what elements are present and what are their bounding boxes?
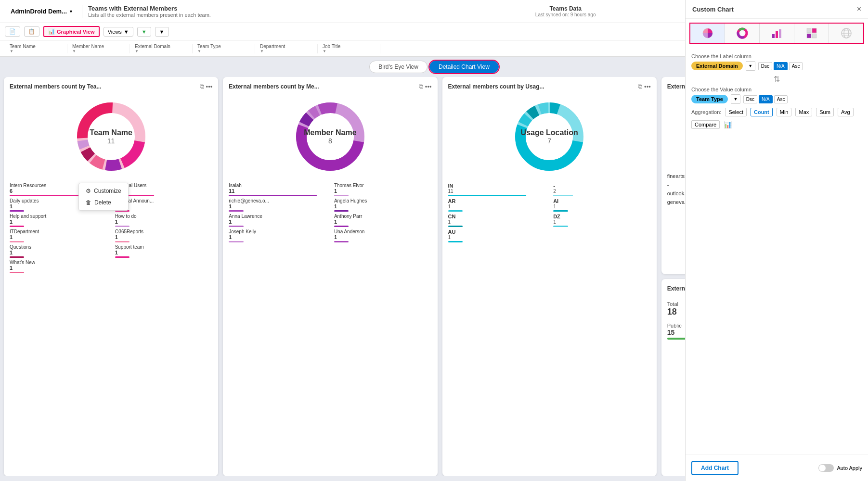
- birds-eye-tab[interactable]: Bird's Eye View: [369, 61, 428, 73]
- file-btn[interactable]: 📄: [5, 26, 20, 37]
- copy-usage-btn[interactable]: ⧉: [638, 83, 642, 90]
- chart-type-grid-btn[interactable]: [794, 24, 829, 43]
- value-dropdown-arrow[interactable]: ▼: [731, 94, 740, 104]
- filter-member-name-select[interactable]: ▼: [72, 49, 125, 53]
- panel-body: Choose the Label column External Domain …: [686, 48, 868, 135]
- legend-o365: O365Reports 1: [115, 229, 213, 242]
- copy-member-btn[interactable]: ⧉: [419, 83, 423, 90]
- member-legend: Isaiah 11 Thomas Eivor 1 richie@geneva.o…: [229, 183, 431, 242]
- value-na-btn[interactable]: N/A: [759, 95, 773, 103]
- filter-options-btn[interactable]: ▼: [155, 27, 169, 37]
- usage-dz-count: 1: [553, 219, 651, 225]
- filter-job-title-select[interactable]: ▼: [323, 49, 375, 53]
- copy-btn[interactable]: 📋: [24, 26, 39, 37]
- legend-support-count: 1: [115, 250, 213, 255]
- chart-type-pie-btn[interactable]: [690, 24, 725, 43]
- filter-team-type[interactable]: Team Type ▼: [193, 44, 255, 53]
- filter-team-name[interactable]: Team Name ▼: [5, 44, 67, 53]
- legend-anthony-bar: [334, 226, 349, 227]
- donut-usage-count: 7: [521, 137, 578, 145]
- label-na-btn[interactable]: N/A: [774, 62, 788, 70]
- delete-menu-item[interactable]: 🗑 Delete: [79, 197, 128, 208]
- filter-team-name-select[interactable]: ▼: [10, 49, 62, 53]
- usage-dash-count: 2: [553, 189, 651, 194]
- filter-department-label: Department: [260, 44, 312, 49]
- usage-dz: DZ 1: [553, 214, 651, 227]
- donut-team-count: 11: [90, 137, 132, 145]
- admin-dropdown[interactable]: AdminDroid Dem... ▼: [6, 6, 78, 17]
- auto-apply-toggle[interactable]: [818, 464, 834, 472]
- add-chart-panel-button[interactable]: Add Chart: [691, 461, 738, 475]
- customize-menu-item[interactable]: ⚙ Customize: [79, 185, 128, 197]
- agg-select-btn[interactable]: Select: [725, 108, 747, 116]
- legend-isaiah-bar: [229, 195, 316, 196]
- label-dropdown-row: External Domain ▼ Dsc N/A Asc: [691, 61, 862, 71]
- data-title: Teams Data: [549, 5, 581, 12]
- usage-cn-count: 1: [448, 219, 546, 225]
- legend-joseph-name: Joseph Kelly: [229, 229, 326, 234]
- donut-member: Member Name 8: [229, 98, 431, 175]
- legend-thomas-count: 1: [334, 188, 432, 194]
- legend-o365-count: 1: [115, 234, 213, 240]
- filter-external-domain[interactable]: External Domain ▼: [130, 44, 193, 53]
- chart-type-bar-btn[interactable]: [760, 24, 794, 43]
- usage-ar-bar: [448, 210, 463, 212]
- filter-job-title[interactable]: Job Title ▼: [318, 44, 380, 53]
- usage-cn: CN 1: [448, 214, 546, 227]
- page-info: Teams with External Members Lists all th…: [82, 5, 211, 18]
- agg-avg-btn[interactable]: Avg: [838, 108, 854, 116]
- chart-usage-location: External members count by Usag... ⧉ •••: [442, 77, 657, 476]
- filter-dept-arrow: ▼: [260, 49, 264, 53]
- chart-team-header: External members count by Tea... ⧉ •••: [10, 83, 212, 90]
- customize-label: Customize: [94, 188, 121, 194]
- legend-itdept-bar: [10, 241, 24, 242]
- chart-team-title: External members count by Tea...: [10, 83, 102, 90]
- legend-thomas-bar: [334, 195, 349, 196]
- context-menu: ⚙ Customize 🗑 Delete: [78, 183, 129, 211]
- detailed-chart-tab[interactable]: Detailed Chart View: [429, 61, 499, 73]
- usage-ar-code: AR: [448, 198, 546, 204]
- legend-anna-bar: [229, 226, 243, 227]
- chart-type-donut-btn[interactable]: [725, 24, 760, 43]
- usage-in-count: 11: [448, 189, 546, 194]
- more-member-btn[interactable]: •••: [425, 83, 432, 90]
- label-asc-btn[interactable]: Asc: [789, 62, 803, 70]
- chart-member-actions: ⧉ •••: [419, 83, 432, 90]
- agg-compare-btn[interactable]: Compare: [691, 120, 720, 129]
- aggregation-label: Aggregation:: [691, 109, 721, 115]
- customize-icon: ⚙: [86, 188, 91, 194]
- swap-icon[interactable]: ⇅: [691, 75, 862, 84]
- legend-support: Support team 1: [115, 244, 213, 258]
- auto-apply-row: Auto Apply: [818, 464, 862, 472]
- agg-count-btn[interactable]: Count: [751, 108, 773, 116]
- label-badge: External Domain: [691, 62, 743, 70]
- filter-external-domain-label: External Domain: [135, 44, 187, 49]
- filter-btn[interactable]: ▼: [137, 27, 151, 37]
- usage-dz-bar: [553, 226, 568, 227]
- filter-job-arrow: ▼: [323, 49, 326, 53]
- agg-max-btn[interactable]: Max: [795, 108, 812, 116]
- main-content: Bird's Eye View Detailed Chart View Exte…: [0, 57, 868, 476]
- label-dsc-btn[interactable]: Dsc: [758, 62, 772, 70]
- panel-close-btn[interactable]: ×: [857, 5, 861, 13]
- filter-department[interactable]: Department ▼: [255, 44, 318, 53]
- copy-chart-btn[interactable]: ⧉: [200, 83, 204, 90]
- chart-type-globe-btn[interactable]: [829, 24, 863, 43]
- filter-team-type-select[interactable]: ▼: [197, 49, 250, 53]
- legend-howto-bar: [115, 226, 130, 227]
- value-section: Choose the Value column Team Type ▼ Dsc …: [691, 87, 862, 104]
- views-btn[interactable]: Views ▼: [104, 27, 133, 37]
- more-chart-btn[interactable]: •••: [206, 83, 213, 90]
- filter-member-name[interactable]: Member Name ▼: [67, 44, 130, 53]
- label-dropdown-arrow[interactable]: ▼: [746, 61, 755, 71]
- agg-min-btn[interactable]: Min: [777, 108, 792, 116]
- filter-external-domain-select[interactable]: ▼: [135, 49, 187, 53]
- filter-department-select[interactable]: ▼: [260, 49, 312, 53]
- more-usage-btn[interactable]: •••: [644, 83, 651, 90]
- donut-usage-label: Usage Location 7: [521, 128, 578, 145]
- value-asc-btn[interactable]: Asc: [774, 95, 788, 103]
- value-dsc-btn[interactable]: Dsc: [743, 95, 757, 103]
- filter-team-type-label: Team Type: [197, 44, 250, 49]
- agg-sum-btn[interactable]: Sum: [816, 108, 834, 116]
- graphical-view-btn[interactable]: 📊 Graphical View: [43, 26, 100, 37]
